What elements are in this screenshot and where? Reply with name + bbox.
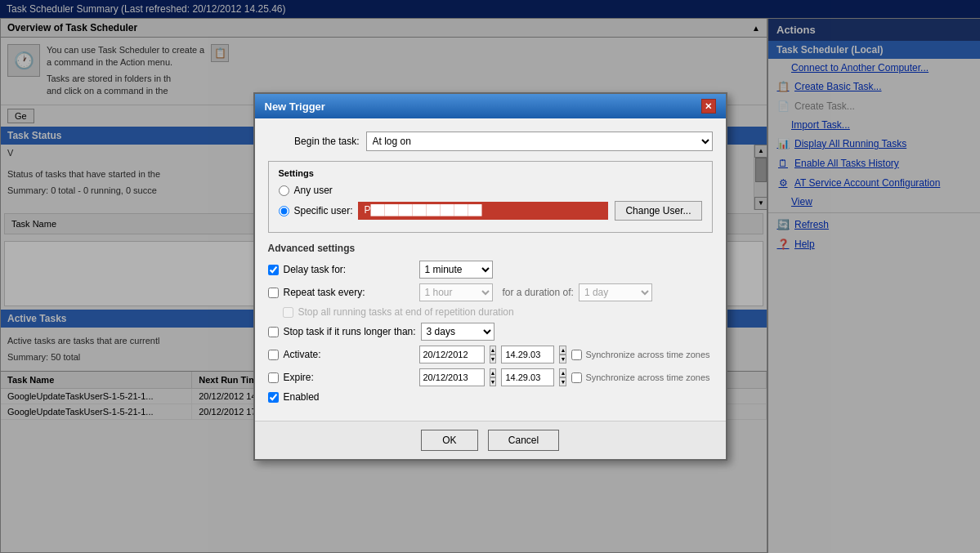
enabled-checkbox[interactable] [268,392,279,403]
activate-label: Activate: [284,349,414,360]
activate-date-input[interactable] [419,346,485,363]
duration-label: for a duration of: [503,287,574,298]
delay-task-label: Delay task for: [284,264,414,275]
activate-checkbox[interactable] [268,350,279,360]
modal-close-button[interactable]: ✕ [701,99,716,114]
expire-sync-check: Synchronize across time zones [571,372,716,383]
expire-sync-label: Synchronize across time zones [585,372,716,382]
settings-group: Settings Any user Specific user: P██████… [268,161,713,233]
specific-user-label: Specific user: [294,205,353,216]
activate-time-up[interactable]: ▲ [559,346,566,355]
user-value: P████████████████ [365,204,482,216]
any-user-radio[interactable] [279,185,289,196]
stop-running-checkbox[interactable] [283,307,293,318]
expire-time-down[interactable]: ▼ [559,377,566,386]
activate-sync-check: Synchronize across time zones [571,350,716,360]
repeat-task-row: Repeat task every: 1 hour 30 minutes for… [268,283,713,301]
expire-sync-checkbox[interactable] [571,372,582,383]
advanced-settings: Advanced settings Delay task for: 1 minu… [268,243,713,403]
specific-user-radio[interactable] [279,206,289,216]
enabled-label: Enabled [284,391,414,403]
expire-date-down[interactable]: ▼ [490,377,497,386]
modal-title-bar: New Trigger ✕ [255,94,726,118]
modal-overlay: New Trigger ✕ Begin the task: At log on … [0,0,980,553]
expire-date-spin: ▲ ▼ [490,368,497,386]
begin-task-label: Begin the task: [268,136,366,147]
delay-task-select[interactable]: 1 minute 5 minutes 1 hour [419,261,493,279]
expire-date-up[interactable]: ▲ [490,368,497,377]
advanced-settings-label: Advanced settings [268,243,713,254]
expire-checkbox[interactable] [268,372,279,383]
specific-user-row: Specific user: P████████████████ Change … [279,201,702,221]
user-row: P████████████████ Change User... [358,201,702,221]
activate-time-spin: ▲ ▼ [559,346,566,363]
new-trigger-modal: New Trigger ✕ Begin the task: At log on … [253,92,727,461]
expire-time-spin: ▲ ▼ [559,368,566,386]
user-display: P████████████████ [358,202,609,220]
expire-label: Expire: [284,372,414,383]
activate-sync-checkbox[interactable] [571,350,582,360]
modal-footer: OK Cancel [255,421,726,459]
activate-date-spin: ▲ ▼ [490,346,497,363]
stop-longer-row: Stop task if it runs longer than: 3 days… [268,323,713,341]
stop-longer-select[interactable]: 3 days 1 day 1 hour [421,323,494,341]
stop-running-row: Stop all running tasks at end of repetit… [268,306,713,318]
activate-sync-label: Synchronize across time zones [585,350,716,359]
activate-date-up[interactable]: ▲ [490,346,497,355]
ok-button[interactable]: OK [421,430,478,451]
activate-time-input[interactable] [501,346,554,363]
settings-group-label: Settings [279,168,702,178]
expire-date-input[interactable] [419,368,485,386]
any-user-label: Any user [294,185,333,196]
activate-date-down[interactable]: ▼ [490,355,497,363]
stop-running-label: Stop all running tasks at end of repetit… [298,306,514,318]
repeat-task-checkbox[interactable] [268,288,279,298]
delay-task-row: Delay task for: 1 minute 5 minutes 1 hou… [268,261,713,279]
expire-time-up[interactable]: ▲ [559,368,566,377]
activate-time-down[interactable]: ▼ [559,355,566,363]
begin-task-select[interactable]: At log on On a schedule At startup On an… [366,132,713,151]
activate-row: Activate: ▲ ▼ ▲ ▼ Synchronize across tim… [268,346,713,363]
enabled-row: Enabled [268,391,713,403]
begin-task-row: Begin the task: At log on On a schedule … [268,132,713,151]
expire-row: Expire: ▲ ▼ ▲ ▼ Synchronize across time … [268,368,713,386]
cancel-button[interactable]: Cancel [488,430,559,451]
repeat-task-select[interactable]: 1 hour 30 minutes [419,283,493,301]
change-user-button[interactable]: Change User... [615,201,701,221]
duration-select[interactable]: 1 day 12 hours [579,283,652,301]
modal-title: New Trigger [265,100,325,113]
delay-task-checkbox[interactable] [268,265,279,275]
stop-longer-checkbox[interactable] [268,327,279,337]
any-user-row: Any user [279,185,702,196]
repeat-task-label: Repeat task every: [284,287,414,298]
modal-body: Begin the task: At log on On a schedule … [255,118,726,421]
expire-time-input[interactable] [501,368,554,386]
stop-longer-label: Stop task if it runs longer than: [284,326,416,337]
